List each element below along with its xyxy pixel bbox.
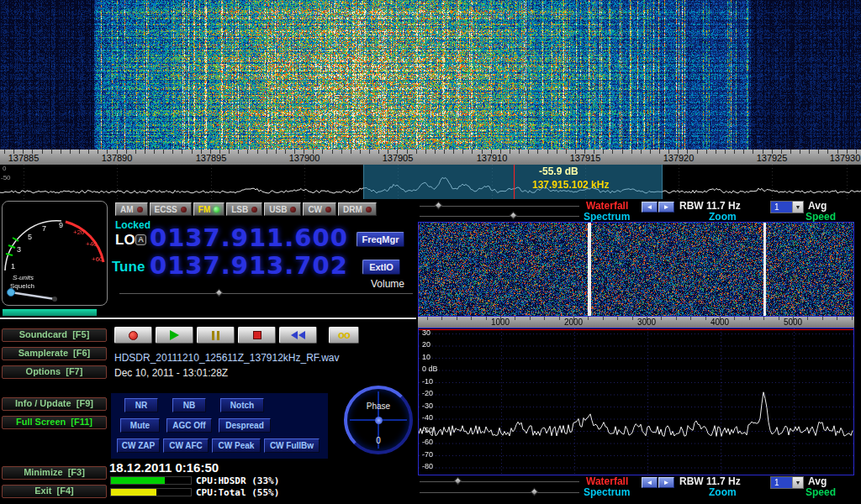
- tune-frequency-display[interactable]: 0137.913.702: [150, 251, 348, 280]
- notch-button[interactable]: Notch: [220, 398, 264, 412]
- tune-cursor-line: [514, 165, 515, 199]
- freqmgr-button[interactable]: FreqMgr: [357, 232, 404, 247]
- audio-spectrum-display[interactable]: [419, 328, 853, 475]
- rbw-label: RBW 11.7 Hz: [679, 475, 741, 487]
- waterfall-lower-limit-slider[interactable]: [420, 212, 579, 219]
- mode-drm[interactable]: DRM: [338, 202, 377, 216]
- slider-track[interactable]: [119, 292, 413, 294]
- minimize-button[interactable]: Minimize [F3]: [2, 466, 107, 480]
- audio-waterfall-display[interactable]: [419, 223, 853, 316]
- lo-frequency-display[interactable]: 0137.911.600: [150, 223, 348, 252]
- slider-thumb[interactable]: [435, 202, 443, 210]
- mode-led-icon: [251, 207, 257, 213]
- mode-led-icon: [214, 207, 219, 213]
- record-button[interactable]: [114, 327, 152, 344]
- s-meter[interactable]: 1 3 5 7 9 +20 +40 +60 S-units Squelch: [2, 201, 108, 306]
- extio-button[interactable]: ExtIO: [362, 260, 400, 275]
- waterfall-label: Waterfall: [586, 200, 628, 212]
- main-waterfall-display[interactable]: [0, 0, 861, 150]
- spectrum-label: Spectrum: [584, 486, 630, 498]
- mode-led-icon: [181, 207, 187, 213]
- pause-button[interactable]: [197, 327, 235, 344]
- mode-usb[interactable]: USB: [264, 202, 301, 216]
- db-axis-label: 0: [3, 165, 6, 172]
- slider-thumb[interactable]: [510, 212, 518, 220]
- chevron-down-icon[interactable]: ▼: [792, 202, 803, 213]
- slider-track[interactable]: [420, 491, 579, 493]
- nr-button[interactable]: NR: [124, 398, 158, 412]
- mode-fm[interactable]: FM: [193, 202, 224, 216]
- cw-afc-button[interactable]: CW AFC: [163, 438, 209, 453]
- slider-track[interactable]: [420, 215, 579, 217]
- options-button[interactable]: Options [F7]: [2, 365, 107, 379]
- audio-scale-label: 3000: [630, 318, 663, 327]
- record-icon: [129, 331, 138, 340]
- main-spectrum-display[interactable]: -55.9 dB 137.915.102 kHz 0 -50: [0, 165, 861, 199]
- cw-peak-button[interactable]: CW Peak: [212, 438, 261, 453]
- fullscreen-button[interactable]: Full Screen [F11]: [2, 416, 107, 429]
- mode-cw[interactable]: CW: [303, 202, 336, 216]
- mode-ecss[interactable]: ECSS: [150, 202, 192, 216]
- exit-button[interactable]: Exit [F4]: [2, 485, 107, 498]
- slider-track[interactable]: [420, 480, 579, 482]
- db-scale-label: -70: [422, 450, 433, 459]
- cpu-total-text: CPU:Total (55%): [196, 487, 279, 498]
- waterfall-contrast-slider[interactable]: [420, 488, 579, 496]
- squelch-knob[interactable]: [8, 289, 15, 297]
- lo-a-badge[interactable]: A: [135, 234, 146, 245]
- waterfall-brightness-slider[interactable]: [420, 477, 579, 485]
- frequency-scale[interactable]: 137885 137890 137895 137900 137905 13791…: [0, 150, 861, 165]
- db-scale-label: -40: [422, 413, 433, 422]
- loop-button[interactable]: oo: [329, 327, 359, 344]
- mute-button[interactable]: Mute: [120, 418, 160, 433]
- agc-off-button[interactable]: AGC Off: [166, 418, 212, 433]
- freq-tick-label: 137925: [749, 153, 795, 163]
- scroll-left-button[interactable]: ◄: [642, 202, 658, 213]
- cw-fullbw-button[interactable]: CW FullBw: [264, 438, 320, 453]
- audio-scale-label: 5000: [776, 318, 810, 327]
- slider-thumb[interactable]: [531, 488, 539, 496]
- rbw-label: RBW 11.7 Hz: [679, 200, 741, 212]
- stop-button[interactable]: [238, 327, 276, 344]
- db-scale-label: -10: [422, 377, 433, 386]
- avg-select[interactable]: 1 ▼: [770, 476, 804, 489]
- audio-frequency-scale[interactable]: 1000 2000 3000 4000 5000: [418, 317, 854, 328]
- avg-label: Avg: [808, 200, 827, 212]
- play-button[interactable]: [156, 327, 193, 344]
- phase-label: Phase: [347, 402, 409, 411]
- slider-thumb[interactable]: [453, 477, 462, 486]
- divider-line: [0, 318, 416, 319]
- waterfall-upper-limit-slider[interactable]: [420, 202, 579, 209]
- level-bar: [3, 309, 97, 316]
- mode-am[interactable]: AM: [115, 202, 148, 216]
- chevron-down-icon[interactable]: ▼: [792, 477, 803, 488]
- mode-label: AM: [120, 205, 134, 214]
- mode-lsb[interactable]: LSB: [226, 202, 262, 216]
- nb-button[interactable]: NB: [172, 398, 206, 412]
- despread-button[interactable]: Despread: [219, 418, 271, 433]
- info-update-button[interactable]: Info / Update [F9]: [2, 397, 107, 411]
- rewind-button[interactable]: [279, 327, 317, 344]
- slider-thumb[interactable]: [215, 289, 224, 297]
- avg-select[interactable]: 1 ▼: [770, 201, 804, 213]
- soundcard-button[interactable]: Soundcard [F5]: [2, 328, 107, 342]
- samplerate-button[interactable]: Samplerate [F6]: [2, 347, 107, 360]
- scroll-right-button[interactable]: ►: [658, 477, 674, 488]
- slider-track[interactable]: [420, 205, 579, 207]
- db-scale-label: 0 dB: [422, 365, 438, 373]
- cpu-hdsdr-text: CPU:HDSDR (33%): [196, 475, 279, 486]
- volume-slider[interactable]: [119, 289, 413, 297]
- mode-led-icon: [137, 207, 143, 213]
- phase-value: 0: [347, 436, 409, 445]
- avg-select-value: 1: [771, 202, 792, 213]
- mode-label: LSB: [231, 205, 248, 214]
- scroll-left-button[interactable]: ◄: [642, 477, 658, 488]
- avg-label: Avg: [808, 475, 827, 487]
- mode-label: DRM: [343, 205, 362, 214]
- scroll-right-button[interactable]: ►: [658, 202, 674, 213]
- passband-selection[interactable]: [363, 165, 663, 199]
- cursor-frequency-readout: 137.915.102 kHz: [532, 179, 609, 191]
- cw-zap-button[interactable]: CW ZAP: [117, 438, 160, 453]
- db-scale-label: -20: [422, 389, 433, 397]
- play-icon: [170, 330, 179, 340]
